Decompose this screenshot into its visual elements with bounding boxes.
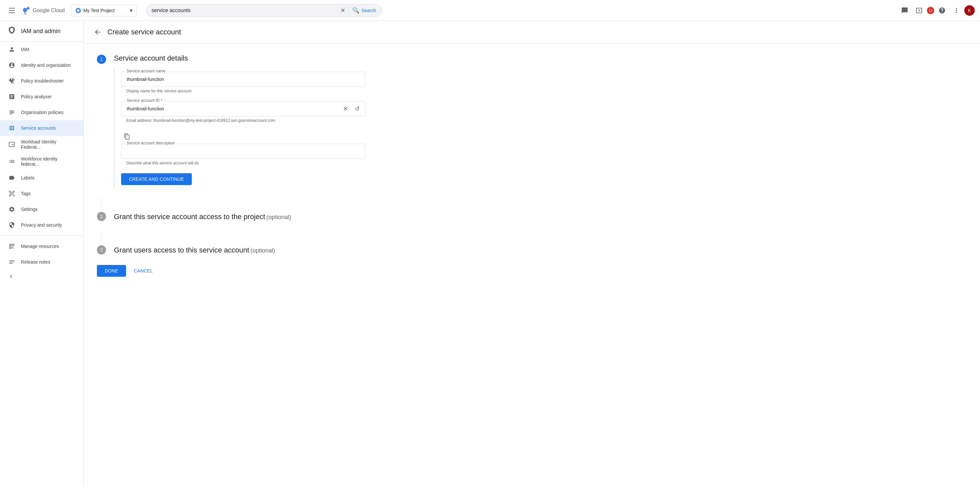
- sidebar-item-tags[interactable]: Tags: [0, 186, 83, 201]
- notifications-badge[interactable]: 12: [927, 7, 934, 14]
- search-bar: ✕ 🔍 Search: [146, 4, 382, 17]
- step-1-section: 1 Service account details Service accoun…: [97, 54, 365, 188]
- service-account-description-field: Service account description: [121, 144, 365, 159]
- release-notes-icon: [8, 259, 16, 265]
- sidebar-divider: [0, 236, 83, 236]
- content-area: Create service account 1 Service account…: [84, 21, 980, 486]
- service-account-id-input[interactable]: [121, 102, 340, 116]
- project-selector[interactable]: My Test Project ▾: [72, 5, 137, 16]
- workload-identity-icon: [8, 141, 16, 148]
- sidebar-item-workforce-identity-label: Workforce identity federat...: [21, 156, 76, 167]
- sidebar-header: IAM and admin: [0, 21, 83, 41]
- id-clear-button[interactable]: ✕: [340, 104, 350, 114]
- sidebar-item-privacy-security-label: Privacy and security: [21, 222, 62, 228]
- create-and-continue-button[interactable]: CREATE AND CONTINUE: [121, 173, 192, 185]
- service-account-id-field: Service account ID * ✕ ↺: [121, 101, 365, 116]
- menu-button[interactable]: [5, 4, 18, 17]
- iam-icon: [8, 46, 16, 53]
- assistant-button[interactable]: [898, 4, 911, 17]
- step-divider-1-2: [101, 198, 102, 209]
- labels-icon: [8, 175, 16, 181]
- sidebar-item-settings-label: Settings: [21, 207, 38, 212]
- step-3-optional: (optional): [250, 247, 275, 254]
- service-account-id-hint: Email address: thumbnail-function@my-tes…: [121, 118, 365, 123]
- help-button[interactable]: [935, 4, 948, 17]
- service-account-id-label: Service account ID *: [126, 98, 164, 103]
- service-account-description-group: Service account description Describe wha…: [121, 144, 365, 166]
- step-1-content: Service account details Service account …: [114, 54, 365, 188]
- sidebar-item-settings[interactable]: Settings: [0, 201, 83, 217]
- service-account-name-label: Service account name: [126, 69, 167, 73]
- sidebar-item-policy-troubleshooter-label: Policy troubleshooter: [21, 78, 64, 83]
- sidebar-item-policy-troubleshooter[interactable]: Policy troubleshooter: [0, 73, 83, 89]
- step-2-content: Grant this service account access to the…: [114, 211, 365, 221]
- user-avatar[interactable]: K: [964, 5, 975, 16]
- step-2-number: 2: [97, 212, 106, 221]
- sidebar-item-manage-resources[interactable]: Manage resources: [0, 238, 83, 254]
- sidebar-item-manage-resources-label: Manage resources: [21, 244, 59, 249]
- service-account-name-group: Service account name Display name for th…: [121, 72, 365, 93]
- sidebar-item-tags-label: Tags: [21, 191, 31, 196]
- topbar-actions: 12 K: [898, 4, 975, 17]
- sidebar-item-service-accounts[interactable]: Service accounts: [0, 120, 83, 136]
- service-accounts-icon: [8, 125, 16, 131]
- id-refresh-button[interactable]: ↺: [352, 104, 362, 114]
- sidebar-item-workload-identity[interactable]: Workload Identity Federat...: [0, 136, 83, 153]
- sidebar-collapse-button[interactable]: [0, 270, 83, 283]
- sidebar-item-release-notes[interactable]: Release notes: [0, 254, 83, 270]
- sidebar-item-policy-analyser[interactable]: Policy analyser: [0, 89, 83, 105]
- manage-resources-icon: [8, 243, 16, 250]
- step-3-section: 3 Grant users access to this service acc…: [97, 245, 365, 255]
- sidebar-item-org-policies-label: Organisation policies: [21, 110, 64, 115]
- id-field-actions: ✕ ↺: [340, 104, 362, 114]
- search-button[interactable]: 🔍 Search: [348, 7, 376, 14]
- back-button[interactable]: [92, 26, 103, 38]
- svg-point-0: [77, 9, 80, 12]
- step-2-section: 2 Grant this service account access to t…: [97, 211, 365, 221]
- search-clear-button[interactable]: ✕: [340, 7, 345, 14]
- workforce-identity-icon: [8, 158, 16, 165]
- content-body: 1 Service account details Service accoun…: [84, 43, 379, 287]
- project-chevron-icon: ▾: [130, 7, 132, 14]
- service-account-name-hint: Display name for this service account: [121, 89, 365, 93]
- page-title: Create service account: [107, 28, 181, 37]
- sidebar-item-identity-org[interactable]: Identity and organisation: [0, 57, 83, 73]
- sidebar-item-service-accounts-label: Service accounts: [21, 126, 56, 131]
- bottom-action-row: DONE CANCEL: [97, 265, 365, 277]
- sidebar-item-org-policies[interactable]: Organisation policies: [0, 105, 83, 120]
- project-dot-icon: [76, 8, 81, 13]
- step-3-number: 3: [97, 245, 106, 255]
- google-cloud-logo[interactable]: Google Cloud: [22, 6, 65, 14]
- service-account-name-input[interactable]: [121, 72, 365, 86]
- settings-icon: [8, 206, 16, 212]
- step-3-content: Grant users access to this service accou…: [114, 245, 365, 255]
- policy-analyser-icon: [8, 93, 16, 100]
- hamburger-icon: [9, 8, 15, 13]
- project-name: My Test Project: [83, 8, 127, 13]
- step-1-title: Service account details: [114, 54, 365, 62]
- sidebar-item-release-notes-label: Release notes: [21, 260, 50, 265]
- sidebar-item-policy-analyser-label: Policy analyser: [21, 94, 52, 99]
- sidebar: IAM and admin IAM Identity and organisat…: [0, 21, 84, 486]
- privacy-security-icon: [8, 222, 16, 228]
- service-account-description-label: Service account description: [126, 141, 176, 145]
- step-2-optional: (optional): [266, 214, 291, 220]
- sidebar-item-workforce-identity[interactable]: Workforce identity federat...: [0, 153, 83, 170]
- cancel-button[interactable]: CANCEL: [129, 265, 158, 277]
- sidebar-item-labels[interactable]: Labels: [0, 170, 83, 186]
- cloud-shell-button[interactable]: [913, 4, 926, 17]
- sidebar-item-iam[interactable]: IAM: [0, 41, 83, 57]
- sidebar-item-labels-label: Labels: [21, 175, 34, 180]
- search-icon: 🔍: [352, 7, 360, 14]
- done-button[interactable]: DONE: [97, 265, 126, 277]
- sidebar-header-title: IAM and admin: [21, 28, 60, 35]
- main-layout: IAM and admin IAM Identity and organisat…: [0, 21, 980, 486]
- step-3-title: Grant users access to this service accou…: [114, 246, 249, 254]
- sidebar-item-privacy-security[interactable]: Privacy and security: [0, 217, 83, 233]
- sidebar-item-iam-label: IAM: [21, 47, 29, 52]
- topbar: Google Cloud My Test Project ▾ ✕ 🔍 Searc…: [0, 0, 980, 21]
- more-options-button[interactable]: [950, 4, 963, 17]
- step-1-number: 1: [97, 55, 106, 64]
- search-input[interactable]: [151, 8, 341, 13]
- service-account-description-input[interactable]: [121, 144, 365, 158]
